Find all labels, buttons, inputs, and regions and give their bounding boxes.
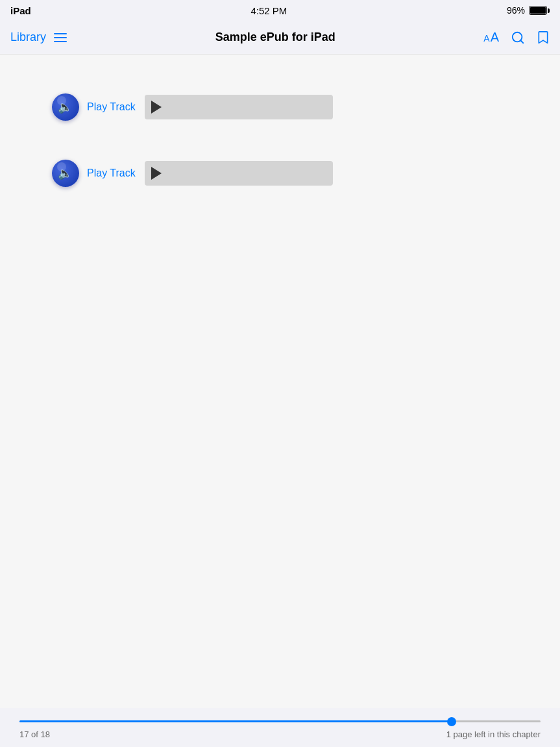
library-link[interactable]: Library (10, 31, 46, 44)
time-display: 4:52 PM (250, 5, 287, 16)
progress-track-2 (167, 172, 326, 175)
track-icon-2: 🔈 (52, 160, 79, 187)
speaker-symbol-2: 🔈 (58, 166, 72, 180)
play-button-1[interactable] (151, 101, 162, 114)
battery-tip (548, 8, 550, 13)
status-right: 96% (507, 5, 550, 16)
battery-body (529, 6, 547, 15)
chapter-info: 1 page left in this chapter (446, 729, 541, 739)
font-size-button[interactable]: A A (483, 30, 499, 45)
slider-track (19, 720, 541, 722)
nav-bar: Library Sample ePub for iPad A A (0, 21, 560, 55)
progress-track-1 (167, 106, 326, 108)
track-item-2: 🔈 Play Track (52, 160, 508, 187)
track-icon-1: 🔈 (52, 93, 79, 121)
battery-icon (529, 6, 550, 15)
toc-icon[interactable] (54, 33, 67, 42)
font-large-label: A (491, 30, 499, 45)
page-info: 17 of 18 (19, 729, 50, 739)
slider-fill (19, 720, 452, 722)
track-label-1[interactable]: Play Track (87, 101, 136, 113)
battery-fill (530, 7, 546, 14)
track-label-2[interactable]: Play Track (87, 167, 136, 179)
content-area: 🔈 Play Track 🔈 Play Track (0, 55, 560, 708)
audio-player-1[interactable] (145, 95, 333, 119)
nav-right: A A (483, 30, 550, 45)
search-icon[interactable] (511, 31, 525, 45)
svg-line-1 (520, 40, 523, 43)
nav-left: Library (10, 31, 67, 44)
bottom-text-row: 17 of 18 1 page left in this chapter (0, 729, 560, 739)
bookmark-icon[interactable] (537, 30, 550, 45)
bottom-bar: 17 of 18 1 page left in this chapter (0, 708, 560, 747)
slider-thumb[interactable] (447, 717, 456, 726)
book-title: Sample ePub for iPad (215, 31, 335, 44)
battery-percentage: 96% (507, 5, 525, 16)
reading-progress-slider[interactable] (19, 720, 541, 723)
status-bar: iPad 4:52 PM 96% (0, 0, 560, 21)
play-button-2[interactable] (151, 167, 162, 180)
speaker-symbol-1: 🔈 (58, 100, 72, 114)
audio-player-2[interactable] (145, 161, 333, 186)
font-small-label: A (483, 33, 489, 43)
device-name: iPad (10, 5, 31, 16)
track-item-1: 🔈 Play Track (52, 93, 508, 121)
